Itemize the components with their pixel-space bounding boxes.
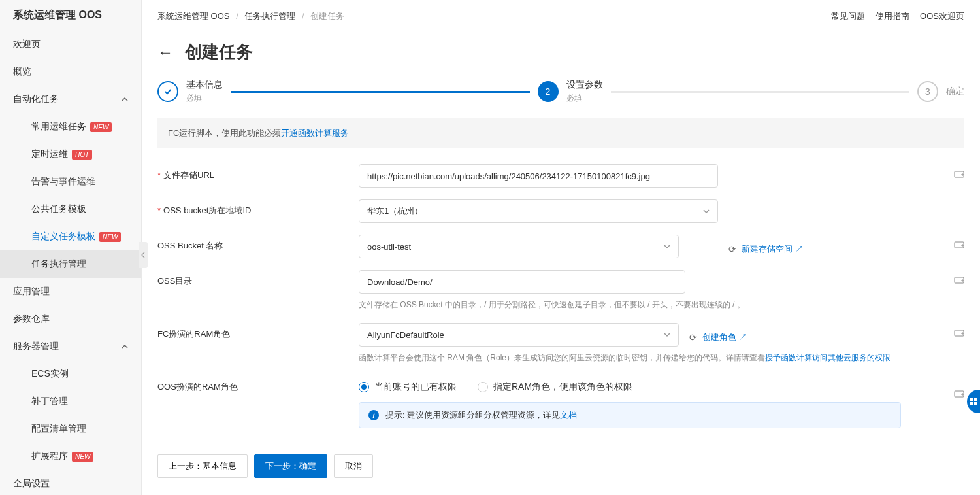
prev-button[interactable]: 上一步：基本信息 bbox=[157, 454, 248, 478]
step-3-circle: 3 bbox=[917, 81, 938, 102]
label-file-url: 文件存储URL bbox=[163, 170, 214, 180]
label-dir: OSS目录 bbox=[157, 276, 192, 286]
link-fc-permissions[interactable]: 授予函数计算访问其他云服务的权限 bbox=[765, 353, 890, 362]
step-1[interactable]: 基本信息 必填 bbox=[157, 79, 223, 104]
sidebar-item-global-settings[interactable]: 全局设置 bbox=[0, 470, 141, 495]
add-row-icon[interactable] bbox=[954, 328, 964, 341]
link-docs[interactable]: 文档 bbox=[560, 410, 577, 420]
chevron-down-icon bbox=[664, 243, 670, 250]
sidebar-item-server-management[interactable]: 服务器管理 bbox=[0, 333, 141, 360]
sidebar-item-param-store[interactable]: 参数仓库 bbox=[0, 305, 141, 333]
sidebar-item-custom-templates[interactable]: 自定义任务模板NEW bbox=[0, 223, 141, 250]
step-2[interactable]: 2 设置参数 必填 bbox=[538, 79, 603, 104]
input-dir[interactable] bbox=[359, 270, 685, 294]
reload-icon[interactable]: ⟳ bbox=[728, 244, 736, 254]
sidebar-item-welcome[interactable]: 欢迎页 bbox=[0, 31, 141, 58]
sidebar-item-app-management[interactable]: 应用管理 bbox=[0, 278, 141, 305]
link-faq[interactable]: 常见问题 bbox=[831, 10, 865, 22]
step-2-sub: 必填 bbox=[566, 93, 603, 104]
add-row-icon[interactable] bbox=[954, 389, 964, 401]
step-3-title: 确定 bbox=[946, 86, 964, 97]
select-bucket[interactable]: oos-util-test bbox=[359, 235, 679, 258]
sidebar-item-automation[interactable]: 自动化任务 bbox=[0, 86, 141, 113]
breadcrumb-parent[interactable]: 任务执行管理 bbox=[244, 11, 295, 21]
help-dir: 文件存储在 OSS Bucket 中的目录，/ 用于分割路径，可快速创建子目录，… bbox=[359, 299, 816, 311]
notice-link[interactable]: 开通函数计算服务 bbox=[281, 128, 349, 138]
link-create-role[interactable]: 创建角色 ↗ bbox=[702, 332, 747, 343]
step-2-title: 设置参数 bbox=[566, 79, 603, 91]
sidebar: 系统运维管理 OOS 欢迎页 概览 自动化任务 常用运维任务NEW 定时运维HO… bbox=[0, 0, 142, 495]
sidebar-item-common-ops[interactable]: 常用运维任务NEW bbox=[0, 113, 141, 141]
info-icon: i bbox=[368, 410, 379, 420]
external-link-icon: ↗ bbox=[739, 332, 747, 342]
chevron-down-icon bbox=[703, 208, 710, 214]
sidebar-item-public-templates[interactable]: 公共任务模板 bbox=[0, 196, 141, 223]
breadcrumb-root[interactable]: 系统运维管理 OOS bbox=[157, 11, 230, 21]
label-oos-role: OOS扮演的RAM角色 bbox=[157, 382, 238, 392]
input-file-url[interactable] bbox=[359, 164, 718, 188]
main-content: 系统运维管理 OOS / 任务执行管理 / 创建任务 常见问题 使用指南 OOS… bbox=[142, 0, 980, 495]
chevron-down-icon bbox=[664, 332, 670, 338]
sidebar-item-inventory[interactable]: 配置清单管理 bbox=[0, 415, 141, 443]
info-tip: i 提示: 建议使用资源组分组分权管理资源，详见文档 bbox=[359, 402, 901, 428]
breadcrumb-current: 创建任务 bbox=[310, 11, 344, 21]
breadcrumb: 系统运维管理 OOS / 任务执行管理 / 创建任务 bbox=[157, 10, 344, 22]
add-row-icon[interactable] bbox=[954, 240, 964, 252]
external-link-icon: ↗ bbox=[795, 244, 804, 254]
sidebar-item-extensions[interactable]: 扩展程序NEW bbox=[0, 443, 141, 470]
add-row-icon[interactable] bbox=[954, 169, 964, 182]
sidebar-collapse-button[interactable] bbox=[139, 242, 148, 268]
chevron-up-icon bbox=[122, 343, 128, 350]
reload-icon[interactable]: ⟳ bbox=[689, 332, 697, 343]
svg-rect-6 bbox=[974, 398, 977, 401]
radio-current-account[interactable]: 当前账号的已有权限 bbox=[359, 381, 457, 393]
sidebar-title: 系统运维管理 OOS bbox=[0, 0, 141, 31]
svg-rect-7 bbox=[970, 402, 973, 405]
sidebar-item-scheduled-ops[interactable]: 定时运维HOT bbox=[0, 141, 141, 168]
notice-bar: FC运行脚本，使用此功能必须开通函数计算服务 bbox=[157, 118, 964, 148]
grid-icon bbox=[969, 397, 978, 406]
sidebar-item-patch[interactable]: 补丁管理 bbox=[0, 388, 141, 415]
next-button[interactable]: 下一步：确定 bbox=[254, 454, 327, 478]
label-region: OSS bucket所在地域ID bbox=[163, 205, 251, 215]
add-row-icon[interactable] bbox=[954, 275, 964, 288]
sidebar-item-alarm-ops[interactable]: 告警与事件运维 bbox=[0, 168, 141, 196]
label-bucket: OSS Bucket 名称 bbox=[157, 241, 223, 250]
step-1-sub: 必填 bbox=[186, 93, 223, 104]
link-guide[interactable]: 使用指南 bbox=[875, 10, 909, 22]
help-fc-role: 函数计算平台会使用这个 RAM 角色（Role）来生成访问您的阿里云资源的临时密… bbox=[359, 352, 947, 364]
svg-rect-5 bbox=[970, 398, 973, 401]
select-fc-role[interactable]: AliyunFcDefaultRole bbox=[359, 323, 679, 347]
step-3[interactable]: 3 确定 bbox=[917, 81, 964, 102]
sidebar-item-overview[interactable]: 概览 bbox=[0, 58, 141, 86]
back-button[interactable]: ← bbox=[157, 43, 173, 61]
sidebar-item-ecs[interactable]: ECS实例 bbox=[0, 360, 141, 388]
chevron-left-icon bbox=[141, 252, 145, 258]
link-welcome[interactable]: OOS欢迎页 bbox=[920, 10, 964, 22]
sidebar-item-task-management[interactable]: 任务执行管理 bbox=[0, 250, 141, 278]
step-2-circle: 2 bbox=[538, 81, 559, 102]
check-icon bbox=[157, 81, 178, 102]
radio-specify-role[interactable]: 指定RAM角色，使用该角色的权限 bbox=[478, 381, 632, 393]
page-title: 创建任务 bbox=[185, 41, 253, 63]
svg-rect-8 bbox=[974, 402, 977, 405]
stepper: 基本信息 必填 2 设置参数 必填 3 确定 bbox=[157, 79, 964, 104]
chevron-up-icon bbox=[122, 96, 128, 103]
radio-icon bbox=[359, 382, 369, 392]
cancel-button[interactable]: 取消 bbox=[334, 454, 373, 478]
select-region[interactable]: 华东1（杭州） bbox=[359, 199, 718, 223]
radio-icon bbox=[478, 382, 488, 392]
step-1-title: 基本信息 bbox=[186, 79, 223, 91]
label-fc-role: FC扮演的RAM角色 bbox=[157, 329, 230, 339]
link-create-bucket[interactable]: 新建存储空间 ↗ bbox=[742, 243, 804, 255]
